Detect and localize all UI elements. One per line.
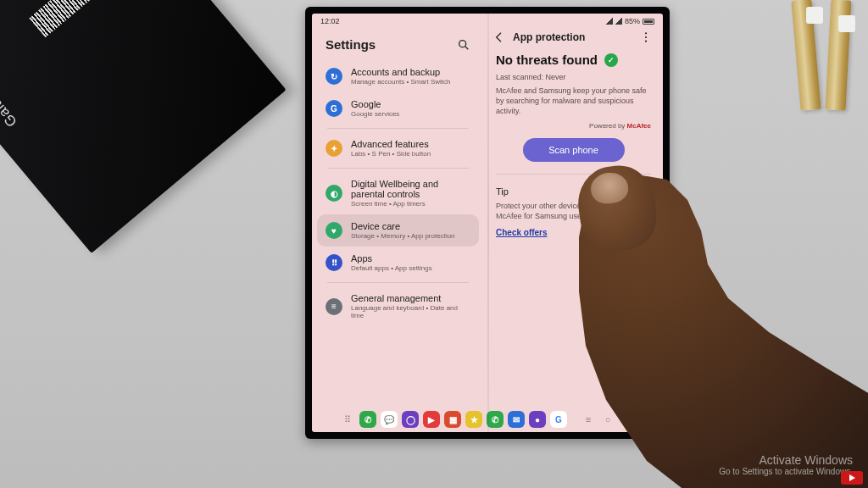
settings-item-subtitle: Screen time • App timers — [351, 200, 470, 208]
tip-heading: Tip — [496, 186, 651, 197]
settings-item[interactable]: ≡General managementLanguage and keyboard… — [317, 286, 479, 326]
divider — [327, 168, 469, 169]
taskbar-app-icon[interactable]: ▦ — [444, 411, 461, 428]
taskbar-app-icon[interactable]: ✆ — [359, 411, 376, 428]
taskbar-app-icon[interactable]: ✉ — [508, 411, 525, 428]
search-icon[interactable] — [457, 38, 470, 52]
apps-grid-icon[interactable]: ⠿ — [340, 413, 355, 426]
taskbar-app-icon[interactable]: ★ — [465, 411, 482, 428]
settings-pane: Settings ↻Accounts and backupManage acco… — [312, 29, 484, 407]
taskbar-app-icon[interactable]: ✆ — [487, 411, 504, 428]
settings-item-title: Google — [351, 99, 399, 109]
divider — [496, 174, 651, 175]
windows-activation-watermark: Activate Windows Go to Settings to activ… — [719, 453, 853, 476]
fold-crease — [487, 14, 489, 432]
battery-icon — [643, 19, 654, 25]
settings-item-icon: ⠿ — [326, 254, 342, 271]
settings-item-title: Accounts and backup — [351, 67, 451, 77]
settings-item[interactable]: ↻Accounts and backupManage accounts • Sm… — [317, 60, 479, 92]
mcafee-brand: McAfee — [627, 122, 651, 130]
app-protection-pane: App protection No threats found ✓ Last s… — [484, 29, 663, 407]
protection-description: McAfee and Samsung keep your phone safe … — [496, 86, 651, 116]
settings-item-title: Apps — [351, 253, 432, 263]
settings-item-icon: ♥ — [326, 222, 342, 239]
home-nav-icon[interactable]: ○ — [600, 413, 615, 426]
foldable-device: 12:02 85% Settings ↻Accounts and backupM… — [305, 7, 670, 439]
settings-item-title: Device care — [351, 221, 455, 231]
settings-item-icon: G — [326, 100, 342, 117]
settings-item-subtitle: Manage accounts • Smart Switch — [351, 78, 451, 86]
back-icon[interactable] — [492, 30, 506, 44]
taskbar-app-icon[interactable]: G — [550, 411, 567, 428]
taskbar-app-icon[interactable]: ▶ — [423, 411, 440, 428]
settings-item-title: General management — [351, 293, 470, 303]
settings-item-title: Advanced features — [351, 139, 431, 149]
settings-item-subtitle: Storage • Memory • App protection — [351, 232, 455, 240]
last-scanned-text: Last scanned: Never — [496, 72, 651, 82]
wooden-clamp-prop — [777, 0, 868, 110]
settings-item-icon: ✦ — [326, 140, 342, 157]
battery-percent: 85% — [625, 17, 640, 25]
settings-item-icon: ◐ — [326, 185, 342, 202]
settings-item[interactable]: ♥Device careStorage • Memory • App prote… — [317, 214, 479, 247]
barcode-strip — [29, 0, 149, 37]
settings-item[interactable]: ⠿AppsDefault apps • App settings — [317, 247, 479, 279]
settings-title: Settings — [326, 37, 376, 52]
check-offers-link[interactable]: Check offers — [496, 228, 548, 237]
product-box-label: Galaxy Z Fold6 — [0, 40, 21, 130]
settings-item-subtitle: Labs • S Pen • Side button — [351, 150, 431, 158]
settings-item-subtitle: Default apps • App settings — [351, 264, 432, 272]
settings-item[interactable]: ✦Advanced featuresLabs • S Pen • Side bu… — [317, 132, 479, 164]
svg-point-0 — [459, 40, 466, 47]
svg-point-4 — [645, 41, 647, 42]
settings-item-icon: ↻ — [326, 68, 342, 85]
back-nav-icon[interactable]: ‹ — [620, 413, 635, 426]
settings-item-title: Digital Wellbeing and parental controls — [351, 179, 470, 199]
svg-line-1 — [465, 47, 468, 49]
status-time: 12:02 — [320, 17, 340, 25]
taskbar-app-icon[interactable]: ● — [529, 411, 546, 428]
shield-check-icon: ✓ — [604, 53, 618, 67]
divider — [327, 282, 469, 283]
svg-point-3 — [645, 36, 647, 38]
settings-list: ↻Accounts and backupManage accounts • Sm… — [312, 60, 484, 326]
signal-icon — [606, 18, 613, 25]
threat-status-title: No threats found — [496, 53, 598, 67]
youtube-logo-icon — [841, 471, 863, 485]
settings-item-subtitle: Language and keyboard • Date and time — [351, 304, 470, 319]
divider — [327, 128, 469, 129]
recents-nav-icon[interactable]: ≡ — [581, 413, 596, 426]
taskbar-app-icon[interactable]: ◯ — [402, 411, 419, 428]
settings-item-icon: ≡ — [326, 298, 342, 315]
powered-by-label: Powered by McAfee — [496, 122, 651, 130]
settings-item-subtitle: Google services — [351, 110, 399, 118]
taskbar-app-icon[interactable]: 💬 — [381, 411, 398, 428]
signal-icon — [615, 18, 622, 25]
settings-item[interactable]: GGoogleGoogle services — [317, 92, 479, 125]
more-icon[interactable] — [639, 30, 653, 44]
svg-point-2 — [645, 32, 647, 34]
app-protection-header: App protection — [513, 31, 632, 43]
tip-body: Protect your other devices with an offer… — [496, 201, 651, 221]
device-screen: 12:02 85% Settings ↻Accounts and backupM… — [312, 14, 663, 432]
settings-item[interactable]: ◐Digital Wellbeing and parental controls… — [317, 172, 479, 214]
scan-phone-button[interactable]: Scan phone — [523, 138, 625, 162]
